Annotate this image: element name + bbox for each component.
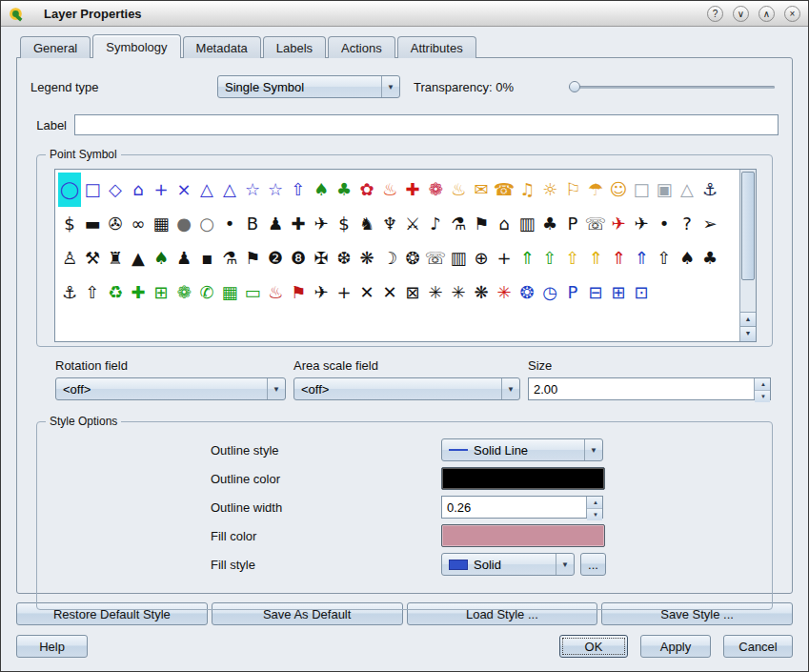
titlebar-help-button[interactable]: ? <box>707 6 723 22</box>
symbol-bar[interactable]: ♨ <box>447 173 470 207</box>
symbol-plane[interactable]: ✈ <box>630 207 653 241</box>
symbol-snowflake[interactable]: ❆ <box>333 241 355 275</box>
cancel-button[interactable]: Cancel <box>723 635 793 658</box>
symbol-arrow-shield2[interactable]: ⇧ <box>81 275 104 310</box>
symbol-red-flower[interactable]: ❁ <box>424 173 447 207</box>
symbol-green-badge[interactable]: ❁ <box>172 275 195 310</box>
symbol-people[interactable]: ♟ <box>264 207 287 241</box>
symbol-blue-badge[interactable]: ❂ <box>516 275 538 310</box>
symbol-crossed-box[interactable]: ⊠ <box>401 275 424 310</box>
symbol-note[interactable]: ♪ <box>424 207 447 241</box>
symbol-bird[interactable]: ➢ <box>698 207 721 241</box>
symbol-tree[interactable]: ♣ <box>538 207 561 241</box>
spin-down-icon[interactable]: ▼ <box>755 390 770 402</box>
fill-style-more-button[interactable]: ... <box>580 553 606 576</box>
symbol-tent[interactable]: ▲ <box>127 241 150 275</box>
legend-type-select[interactable]: Single Symbol ▼ <box>217 75 400 98</box>
symbol-star[interactable]: ☆ <box>241 173 264 207</box>
symbol-plane-red[interactable]: ✈ <box>607 207 630 241</box>
symbol-wine-glass[interactable]: ⚗ <box>447 207 470 241</box>
symbol-umbrella[interactable]: ☂ <box>584 173 607 207</box>
symbol-plane-small[interactable]: ✈ <box>310 275 333 310</box>
symbol-bus[interactable]: ⊟ <box>584 275 607 310</box>
symbol-arrow-up-red[interactable]: ⇑ <box>607 241 630 275</box>
rotation-field-select[interactable]: <off> ▼ <box>55 377 286 400</box>
symbol-anchor2[interactable]: ⚓ <box>58 275 81 310</box>
symbol-golf[interactable]: ⚑ <box>470 207 493 241</box>
symbol-blue-clock[interactable]: ◷ <box>538 275 561 310</box>
symbol-red-hydrant[interactable]: ⚑ <box>287 275 310 310</box>
symbol-flower[interactable]: ✿ <box>355 173 378 207</box>
symbol-eraser[interactable]: ▬ <box>81 207 104 241</box>
symbol-temple[interactable]: ▥ <box>516 207 538 241</box>
symbol-smiley[interactable]: ☺ <box>607 173 630 207</box>
fill-style-select[interactable]: Solid ▼ <box>441 553 575 576</box>
area-scale-field-select[interactable]: <off> ▼ <box>293 377 520 400</box>
fill-color-button[interactable] <box>441 524 605 547</box>
titlebar-restore-button[interactable]: ∧ <box>758 6 775 22</box>
scroll-down-icon[interactable]: ▼ <box>740 326 756 341</box>
slider-handle[interactable] <box>569 81 580 92</box>
symbol-phone2[interactable]: ☏ <box>584 207 607 241</box>
symbol-x-mark[interactable]: ✕ <box>355 275 378 310</box>
symbol-x-mark2[interactable]: ✕ <box>378 275 401 310</box>
outline-color-button[interactable] <box>441 467 605 490</box>
symbol-arrow-up-green2[interactable]: ⇧ <box>538 241 561 275</box>
symbol-fire[interactable]: ♨ <box>378 173 401 207</box>
symbol-plus[interactable]: + <box>493 241 516 275</box>
symbol-asterisk2[interactable]: ✳ <box>447 275 470 310</box>
outline-width-spinbox[interactable]: ▲ ▼ <box>441 496 603 519</box>
tab-attributes[interactable]: Attributes <box>397 36 476 58</box>
spin-down-icon[interactable]: ▼ <box>587 508 602 520</box>
symbol-green-phone[interactable]: ✆ <box>195 275 218 310</box>
titlebar-shade-button[interactable]: ∨ <box>733 6 749 22</box>
symbol-asterisk[interactable]: ✳ <box>424 275 447 310</box>
symbol-small-square[interactable]: ▪ <box>195 241 218 275</box>
symbol-circled-2[interactable]: ❷ <box>264 241 287 275</box>
symbol-square[interactable]: □ <box>81 173 104 207</box>
symbol-compass[interactable]: ⊕ <box>470 241 493 275</box>
scroll-up-icon[interactable]: ▲ <box>740 312 756 327</box>
symbol-walker[interactable]: ♟ <box>172 241 195 275</box>
symbol-first-aid[interactable]: ✚ <box>401 173 424 207</box>
symbol-triangle[interactable]: △ <box>195 173 218 207</box>
symbol-crossed-tools[interactable]: ⚒ <box>81 241 104 275</box>
spin-up-icon[interactable]: ▲ <box>755 378 770 390</box>
outline-width-input[interactable] <box>442 497 586 518</box>
symbol-circled-8[interactable]: ❽ <box>287 241 310 275</box>
size-input[interactable] <box>529 378 754 399</box>
label-input[interactable] <box>74 114 779 135</box>
symbol-anchor[interactable]: ⚓ <box>698 173 721 207</box>
symbol-diamond[interactable]: ◇ <box>104 173 127 207</box>
symbol-circle-filled[interactable]: ● <box>172 207 195 241</box>
symbol-green-cross[interactable]: ✚ <box>127 275 150 310</box>
symbol-blue-parking[interactable]: P <box>561 275 584 310</box>
symbol-hospital[interactable]: ✚ <box>287 207 310 241</box>
symbol-moon[interactable]: ☽ <box>378 241 401 275</box>
symbol-cross[interactable]: + <box>150 173 172 207</box>
help-button[interactable]: Help <box>16 635 88 658</box>
symbol-restaurant[interactable]: ⚔ <box>401 207 424 241</box>
symbol-arrow-up-yellow[interactable]: ⇧ <box>561 241 584 275</box>
symbol-asterisk3[interactable]: ❋ <box>470 275 493 310</box>
symbol-currency[interactable]: $ <box>333 207 355 241</box>
symbol-dotted-square[interactable]: ▣ <box>653 173 676 207</box>
symbol-car[interactable]: ∞ <box>127 207 150 241</box>
symbol-equilateral-triangle[interactable]: △ <box>218 173 241 207</box>
symbol-regular-star[interactable]: ☆ <box>264 173 287 207</box>
symbol-small-dot[interactable]: • <box>653 207 676 241</box>
symbol-pine[interactable]: ♠ <box>150 241 172 275</box>
outline-style-select[interactable]: Solid Line ▼ <box>441 438 603 461</box>
symbol-house[interactable]: ⌂ <box>493 207 516 241</box>
scrollbar-thumb[interactable] <box>741 172 755 280</box>
symbol-conifer[interactable]: ♠ <box>310 173 333 207</box>
symbol-music[interactable]: ♫ <box>516 173 538 207</box>
symbol-parking[interactable]: P <box>561 207 584 241</box>
tab-actions[interactable]: Actions <box>328 36 395 58</box>
slider-groove[interactable] <box>569 86 775 89</box>
ok-button[interactable]: OK <box>559 635 628 658</box>
symbol-cross-x[interactable]: × <box>172 173 195 207</box>
symbol-green-bus[interactable]: ▭ <box>241 275 264 310</box>
symbol-dollar[interactable]: $ <box>58 207 81 241</box>
symbol-arrow-up[interactable]: ⇧ <box>287 173 310 207</box>
